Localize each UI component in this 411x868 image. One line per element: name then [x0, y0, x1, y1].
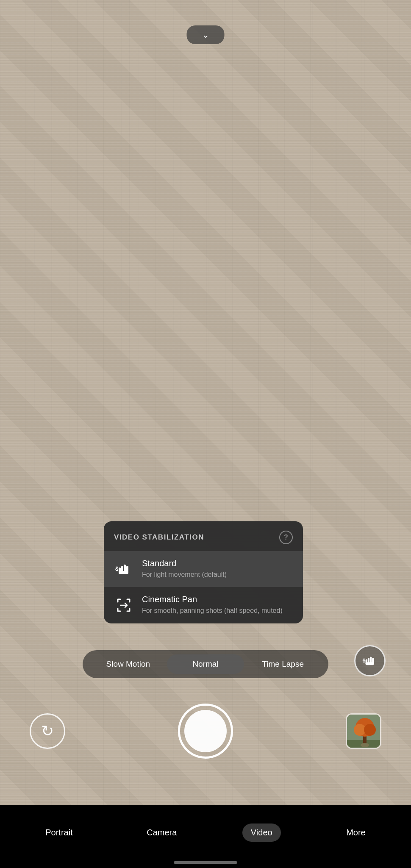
last-photo-thumbnail[interactable]: [346, 713, 381, 749]
option-standard-desc: For light movement (default): [142, 570, 293, 579]
chevron-down-icon: ⌄: [202, 31, 209, 39]
nav-more[interactable]: More: [338, 823, 374, 842]
mode-slow-motion[interactable]: Slow Motion: [89, 654, 167, 674]
camera-viewfinder: [0, 0, 411, 805]
nav-portrait[interactable]: Portrait: [37, 823, 81, 842]
bottom-navigation: Portrait Camera Video More: [0, 805, 411, 868]
svg-point-15: [364, 724, 376, 736]
flip-camera-icon: ↻: [41, 722, 54, 740]
cinematic-pan-icon: [114, 595, 133, 615]
svg-rect-4: [119, 571, 128, 574]
nav-video[interactable]: Video: [242, 823, 281, 842]
mode-selector: Slow Motion Normal Time Lapse: [83, 650, 328, 678]
svg-rect-9: [366, 662, 374, 665]
camera-controls: ↻: [0, 704, 411, 759]
popup-title: VIDEO STABILIZATION: [114, 533, 204, 542]
flip-camera-button[interactable]: ↻: [30, 713, 65, 749]
mode-normal[interactable]: Normal: [167, 654, 244, 674]
mode-time-lapse[interactable]: Time Lapse: [244, 654, 322, 674]
option-standard-title: Standard: [142, 559, 293, 568]
popup-header: VIDEO STABILIZATION ?: [104, 521, 303, 551]
svg-point-16: [361, 743, 369, 747]
thumbnail-image: [347, 715, 380, 748]
svg-point-14: [354, 724, 366, 736]
stabilization-popup: VIDEO STABILIZATION ? Standard For l: [104, 521, 303, 623]
dismiss-button[interactable]: ⌄: [187, 25, 225, 44]
option-standard[interactable]: Standard For light movement (default): [104, 551, 303, 587]
help-button[interactable]: ?: [279, 531, 293, 544]
option-cinematic-pan[interactable]: Cinematic Pan For smooth, panning shots …: [104, 587, 303, 623]
option-cinematic-desc: For smooth, panning shots (half speed, m…: [142, 606, 293, 615]
stabilize-icon: [114, 559, 133, 579]
nav-camera[interactable]: Camera: [138, 823, 185, 842]
shutter-button[interactable]: [178, 704, 233, 759]
home-indicator: [174, 861, 237, 864]
option-cinematic-text: Cinematic Pan For smooth, panning shots …: [142, 595, 293, 615]
option-cinematic-title: Cinematic Pan: [142, 595, 293, 604]
option-standard-text: Standard For light movement (default): [142, 559, 293, 579]
stabilization-toggle-button[interactable]: [354, 645, 386, 676]
shutter-inner-circle: [184, 710, 227, 752]
